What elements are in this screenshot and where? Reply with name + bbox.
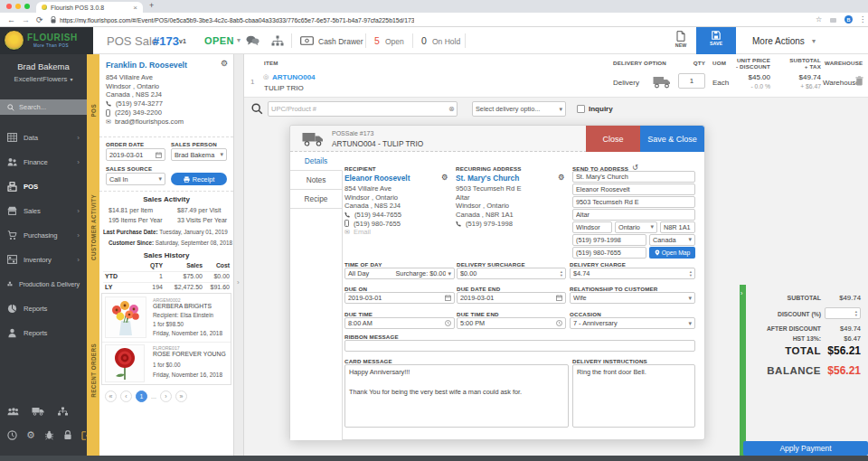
cash-drawer-icon[interactable]: [300, 36, 314, 45]
sales-person-select[interactable]: Brad Bakema ▾: [171, 148, 227, 161]
tab-notes[interactable]: Notes: [290, 171, 342, 190]
send-name-input[interactable]: [572, 171, 695, 183]
recurring-name-link[interactable]: St. Mary's Church: [456, 174, 519, 183]
vertical-tab-pos[interactable]: POS: [90, 104, 97, 118]
sidebar-item-finance[interactable]: Finance ›: [0, 150, 87, 174]
due-on-input[interactable]: 2019-03-01: [344, 292, 455, 304]
vertical-tab-recent-orders[interactable]: RECENT ORDERS: [90, 343, 97, 398]
omnibox[interactable]: https://my.flourishpos.com/#/Event/POS/0…: [51, 14, 808, 25]
vertical-tab-customer-activity[interactable]: CUSTOMER ACTIVITY: [90, 194, 97, 260]
open-map-button[interactable]: Open Map: [649, 247, 695, 259]
panel-collapse-divider[interactable]: ›: [233, 54, 244, 461]
apply-payment-button[interactable]: Apply Payment: [743, 441, 868, 456]
extension-icon[interactable]: [830, 18, 836, 23]
delivery-surcharge-input[interactable]: $0.00 ▴▾: [457, 268, 566, 279]
status-open[interactable]: OPEN: [204, 35, 234, 46]
save-close-button[interactable]: Save & Close: [640, 126, 704, 152]
item-code-link[interactable]: ARTUNO004: [272, 73, 316, 81]
send-province-select[interactable]: Ontario ▾: [615, 221, 657, 233]
occasion-select[interactable]: 7 - Anniversary ▾: [570, 317, 695, 329]
traffic-light-zoom[interactable]: [24, 4, 30, 9]
browser-avatar[interactable]: B: [844, 15, 853, 24]
traffic-light-close[interactable]: [6, 4, 12, 9]
send-mobile-input[interactable]: [572, 247, 646, 259]
send-country-select[interactable]: Canada ▾: [649, 234, 695, 246]
relationship-select[interactable]: Wife ▾: [570, 292, 695, 304]
customer-settings-gear-icon[interactable]: ⚙: [221, 59, 228, 68]
customer-name-link[interactable]: Franklin D. Roosevelt: [106, 61, 187, 70]
bookmark-star-icon[interactable]: ☆: [816, 15, 822, 24]
tab-recipe[interactable]: Recipe: [290, 190, 342, 209]
customer-email-row[interactable]: ✉ brad@flourishpos.com: [106, 118, 184, 127]
sidebar-item-inventory[interactable]: Inventory ›: [0, 248, 87, 271]
hold-count-label[interactable]: On Hold: [432, 37, 460, 46]
browser-tab[interactable]: Flourish POS 3.0.8 ×: [36, 2, 143, 13]
messages-icon[interactable]: [246, 35, 259, 46]
browser-menu-icon[interactable]: ⋮: [859, 15, 866, 24]
collapse-chevron-icon[interactable]: ›: [237, 278, 240, 287]
card-message-textarea[interactable]: Happy Anniversary!!! Thank You for being…: [344, 364, 569, 428]
close-button[interactable]: Close: [586, 126, 640, 152]
stepper-icon[interactable]: ▴▾: [690, 270, 692, 278]
sidebar-item-pos[interactable]: POS: [0, 174, 87, 198]
discount-input[interactable]: ▴▾: [825, 307, 861, 319]
cash-drawer-label[interactable]: Cash Drawer: [318, 37, 363, 46]
sidebar-search[interactable]: Search...: [0, 99, 87, 115]
due-date-end-input[interactable]: 2019-03-01: [457, 292, 566, 304]
stepper-icon[interactable]: ▴▾: [561, 270, 562, 278]
save-button[interactable]: SAVE: [696, 27, 736, 54]
send-address-input[interactable]: [572, 196, 695, 208]
send-recipient-input[interactable]: [572, 183, 695, 195]
sales-source-select[interactable]: Call In ▾: [106, 173, 165, 185]
recipient-name-link[interactable]: Eleanor Roosevelt: [344, 174, 410, 183]
delivery-instructions-textarea[interactable]: Ring the front door Bell.: [572, 364, 695, 428]
order-card[interactable]: ARGEM0002 GERBERA BRIGHTS Recipient: Els…: [102, 294, 231, 341]
pager-next-button[interactable]: ›: [160, 390, 172, 402]
order-card[interactable]: FLRORE017 ROSE FOREVER YOUNG 1 for $0.00…: [102, 343, 231, 384]
send-phone-input[interactable]: [572, 234, 646, 246]
tab-details[interactable]: Details: [290, 152, 343, 171]
recurring-settings-gear-icon[interactable]: ⚙: [558, 173, 565, 182]
pager-page-1-button[interactable]: 1: [136, 390, 147, 402]
send-address2-input[interactable]: [572, 209, 695, 221]
settings-gear-icon[interactable]: ⚙: [26, 430, 35, 440]
due-time-end-input[interactable]: 5:00 PM: [457, 317, 566, 329]
sidebar-item-data[interactable]: Data ›: [0, 126, 87, 149]
pager-last-button[interactable]: »: [175, 390, 187, 402]
recipient-email-row[interactable]: ✉ Email: [344, 228, 371, 237]
receipt-button[interactable]: Receipt: [171, 173, 227, 185]
send-postal-input[interactable]: [660, 221, 695, 233]
lock-icon[interactable]: [63, 430, 72, 440]
qty-input[interactable]: [678, 73, 705, 89]
delivery-truck-icon[interactable]: [32, 407, 44, 416]
sitemap-icon[interactable]: [271, 35, 284, 46]
sidebar-item-purchasing[interactable]: Purchasing ›: [0, 223, 87, 247]
order-date-input[interactable]: 2019-03-01: [106, 148, 165, 161]
hold-count[interactable]: 0: [421, 35, 427, 46]
open-count-label[interactable]: Open: [385, 37, 404, 46]
new-button[interactable]: NEW: [671, 31, 691, 48]
status-chevron-icon[interactable]: ▾: [237, 36, 241, 44]
forward-icon[interactable]: →: [22, 15, 30, 24]
delivery-option-select[interactable]: Select delivery optio... ▾: [472, 101, 566, 117]
traffic-light-minimize[interactable]: [15, 4, 21, 9]
time-of-day-select[interactable]: All Day Surcharge: $0.00 ▾: [344, 268, 455, 279]
inquiry-checkbox[interactable]: [577, 105, 585, 113]
more-actions-button[interactable]: More Actions: [752, 36, 805, 46]
org-chart-icon[interactable]: [57, 407, 69, 416]
bug-icon[interactable]: [44, 430, 54, 440]
sidebar-item-sales[interactable]: Sales ›: [0, 199, 87, 222]
new-tab-button[interactable]: +: [149, 1, 154, 10]
sidebar-item-production-delivery[interactable]: Production & Delivery: [0, 272, 87, 296]
reload-icon[interactable]: ⟳: [36, 15, 43, 24]
tab-close-icon[interactable]: ×: [133, 4, 137, 12]
pager-prev-button[interactable]: ‹: [120, 390, 132, 402]
due-time-input[interactable]: 8:00 AM: [344, 317, 455, 329]
send-city-input[interactable]: [572, 221, 612, 233]
more-actions-chevron-icon[interactable]: ▾: [812, 37, 816, 45]
recipient-settings-gear-icon[interactable]: ⚙: [441, 173, 448, 182]
clear-input-icon[interactable]: ⊗: [448, 105, 455, 113]
delivery-charge-input[interactable]: $4.74 ▴▾: [570, 268, 695, 279]
stepper-icon[interactable]: ▴▾: [855, 310, 857, 317]
back-icon[interactable]: ←: [7, 15, 15, 24]
